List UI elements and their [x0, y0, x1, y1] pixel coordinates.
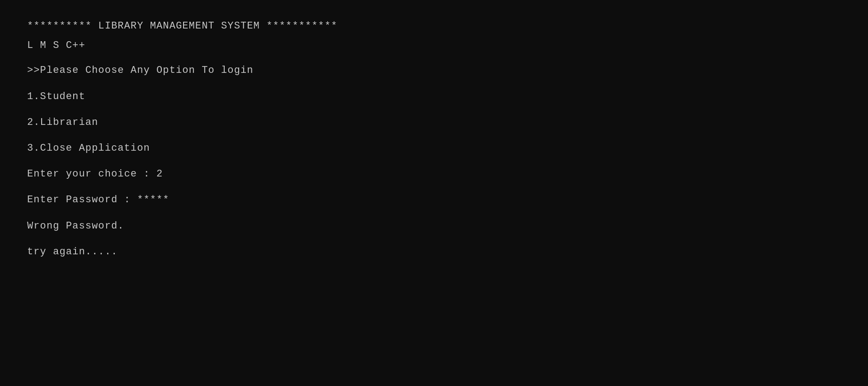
option-student: 1.Student [27, 89, 841, 105]
option-librarian: 2.Librarian [27, 114, 841, 130]
login-prompt: >>Please Choose Any Option To login [27, 62, 841, 78]
error-message: Wrong Password. [27, 218, 841, 234]
retry-message: try again..... [27, 244, 841, 260]
password-input: Enter Password : ***** [27, 192, 841, 208]
subtitle-text: L M S C++ [27, 38, 841, 53]
title-text: ********** LIBRARY MANAGEMENT SYSTEM ***… [27, 18, 841, 34]
option-close: 3.Close Application [27, 140, 841, 156]
choice-input: Enter your choice : 2 [27, 166, 841, 182]
terminal-window: ********** LIBRARY MANAGEMENT SYSTEM ***… [0, 0, 868, 386]
